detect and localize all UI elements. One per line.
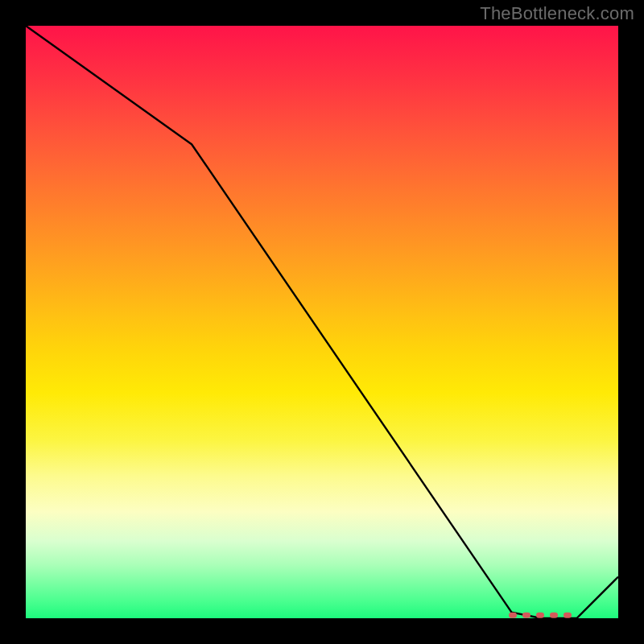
bottleneck-curve <box>26 26 618 618</box>
gradient-plot-area <box>26 26 618 618</box>
chart-frame: TheBottleneck.com <box>0 0 644 644</box>
chart-overlay-svg <box>26 26 618 618</box>
attribution-text: TheBottleneck.com <box>480 3 634 24</box>
